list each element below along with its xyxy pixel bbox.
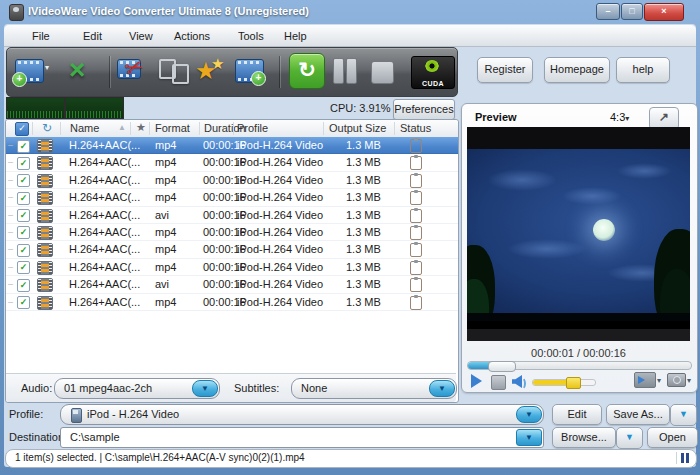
profile-select[interactable]: iPod - H.264 Video ▼ [60, 404, 544, 425]
row-checkbox[interactable]: ✓ [17, 244, 30, 257]
menu-actions[interactable]: Actions [170, 29, 214, 43]
row-tree-dash: – [8, 227, 13, 237]
letterbox-top [467, 127, 690, 149]
table-row[interactable]: – ✓ H.264+AAC(... mp4 00:00:16 iPod-H.26… [6, 224, 458, 241]
volume-icon[interactable] [512, 375, 526, 388]
subtitles-select[interactable]: None ▼ [291, 378, 457, 399]
menu-view[interactable]: View [125, 29, 157, 43]
cell-output-size: 1.3 MB [346, 226, 381, 238]
row-checkbox[interactable]: ✓ [17, 174, 30, 187]
grip-icon[interactable] [676, 452, 693, 464]
aspect-ratio-select[interactable]: 4:3▾ [610, 111, 629, 123]
cell-profile: iPod-H.264 Video [237, 156, 323, 168]
title-bar[interactable]: IVideoWare Video Converter Ultimate 8 (U… [0, 0, 700, 24]
video-display[interactable] [467, 127, 690, 341]
help-button[interactable]: help [616, 57, 670, 83]
open-folder-button[interactable]: Open [647, 427, 698, 448]
column-name[interactable]: Name [70, 122, 99, 134]
homepage-button[interactable]: Homepage [544, 57, 610, 83]
convert-state-column-icon[interactable]: ↻ [42, 121, 52, 135]
row-checkbox[interactable]: ✓ [17, 157, 30, 170]
menu-edit[interactable]: Edit [79, 29, 106, 43]
menu-tools[interactable]: Tools [234, 29, 268, 43]
pause-bar-icon [333, 58, 344, 84]
play-button[interactable] [471, 374, 482, 388]
ground-silhouette [467, 313, 690, 321]
column-favorite-icon[interactable]: ★ [136, 121, 146, 134]
column-profile[interactable]: Profile [237, 122, 268, 134]
minimize-button[interactable]: – [596, 3, 620, 20]
column-status[interactable]: Status [400, 122, 431, 134]
dropdown-arrow-icon[interactable]: ▼ [516, 406, 542, 423]
row-checkbox[interactable]: ✓ [17, 279, 30, 292]
table-row[interactable]: – ✓ H.264+AAC(... mp4 00:00:16 iPod-H.26… [6, 241, 458, 258]
pause-button[interactable] [333, 55, 359, 89]
table-row[interactable]: – ✓ H.264+AAC(... mp4 00:00:16 iPod-H.26… [6, 172, 458, 189]
dropdown-arrow-icon[interactable]: ▼ [429, 380, 455, 397]
row-checkbox[interactable]: ✓ [17, 226, 30, 239]
destination-input[interactable]: C:\sample ▼ [60, 427, 544, 448]
video-bottom-strip [467, 329, 690, 341]
register-button[interactable]: Register [477, 57, 533, 83]
column-format[interactable]: Format [155, 122, 190, 134]
dropdown-arrow-icon[interactable]: ▼ [516, 429, 542, 446]
table-row[interactable]: – ✓ H.264+AAC(... avi 00:00:16 iPod-H.26… [6, 276, 458, 293]
table-row[interactable]: – ✓ H.264+AAC(... mp4 00:00:16 iPod-H.26… [6, 294, 458, 311]
snapshot-camera-icon[interactable] [667, 373, 686, 387]
stop-playback-button[interactable] [491, 375, 506, 390]
chevron-down-icon[interactable]: ▾ [657, 376, 661, 385]
menu-help[interactable]: Help [280, 29, 311, 43]
edit-profile-button[interactable]: Edit [552, 404, 602, 425]
nvidia-logo-icon [425, 60, 439, 72]
cpu-meter-graph [6, 97, 65, 119]
merge-button[interactable] [157, 55, 191, 89]
cuda-button[interactable]: CUDA [411, 56, 455, 89]
cpu-usage-label: CPU: 3.91% [330, 102, 391, 114]
seek-thumb[interactable] [488, 361, 516, 372]
seek-bar[interactable] [467, 361, 692, 370]
clip-button[interactable]: ✂ [117, 55, 153, 89]
cell-profile: iPod-H.264 Video [237, 261, 323, 273]
convert-button[interactable]: ↻ [289, 53, 325, 89]
audio-track-select[interactable]: 01 mpeg4aac-2ch ▼ [54, 378, 220, 399]
chevron-down-icon: ▾ [45, 63, 49, 72]
table-row[interactable]: – ✓ H.264+AAC(... mp4 00:00:16 iPod-H.26… [6, 154, 458, 171]
browse-dropdown-button[interactable]: ▼ [616, 427, 643, 449]
row-checkbox[interactable]: ✓ [17, 209, 30, 222]
add-video-button[interactable]: + ▾ [15, 55, 57, 89]
chevron-down-icon[interactable]: ▾ [687, 376, 691, 385]
cell-output-size: 1.3 MB [346, 174, 381, 186]
dropdown-arrow-icon[interactable]: ▼ [192, 380, 218, 397]
row-checkbox[interactable]: ✓ [17, 296, 30, 309]
row-tree-dash: – [8, 157, 13, 167]
volume-slider[interactable] [532, 379, 596, 386]
save-as-button[interactable]: Save As... [606, 404, 670, 425]
cell-format: mp4 [155, 156, 176, 168]
column-separator [60, 122, 61, 135]
menu-file[interactable]: File [28, 29, 54, 43]
add-file-button[interactable]: + [235, 55, 271, 89]
close-button[interactable]: × [644, 3, 684, 21]
delete-button[interactable]: × [69, 55, 85, 89]
browse-button[interactable]: Browse... [552, 427, 616, 448]
maximize-button[interactable]: □ [621, 3, 643, 20]
row-checkbox[interactable]: ✓ [17, 261, 30, 274]
effects-button[interactable]: ★ ★ [195, 55, 229, 89]
table-row[interactable]: – ✓ H.264+AAC(... mp4 00:00:16 iPod-H.26… [6, 137, 458, 154]
file-list-panel: ✓ ↻ Name ▲ ★ Format Duration Profile Out… [5, 119, 459, 403]
column-separator [233, 122, 234, 135]
column-output-size[interactable]: Output Size [329, 122, 386, 134]
save-as-dropdown-button[interactable]: ▼ [670, 404, 697, 426]
table-row[interactable]: – ✓ H.264+AAC(... avi 00:00:16 iPod-H.26… [6, 207, 458, 224]
preferences-button[interactable]: Preferences [393, 99, 455, 120]
table-row[interactable]: – ✓ H.264+AAC(... mp4 00:00:16 iPod-H.26… [6, 189, 458, 206]
stop-button[interactable] [371, 61, 394, 84]
row-checkbox[interactable]: ✓ [17, 192, 30, 205]
status-clipboard-icon [410, 278, 422, 292]
volume-thumb[interactable] [566, 377, 581, 389]
cell-output-size: 1.3 MB [346, 156, 381, 168]
preview-mode-icon[interactable] [634, 372, 656, 388]
row-checkbox[interactable]: ✓ [17, 140, 30, 153]
select-all-checkbox[interactable]: ✓ [15, 122, 29, 136]
table-row[interactable]: – ✓ H.264+AAC(... mp4 00:00:16 iPod-H.26… [6, 259, 458, 276]
